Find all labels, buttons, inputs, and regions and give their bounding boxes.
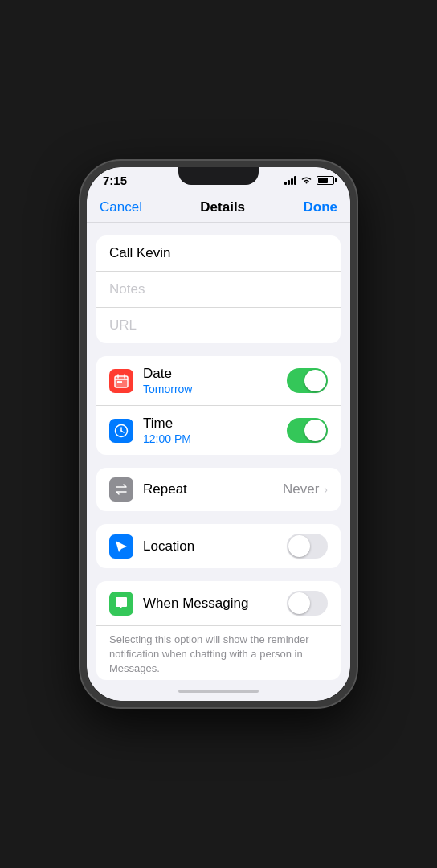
nav-title: Details — [200, 199, 245, 215]
location-card: Location — [96, 524, 341, 568]
date-toggle-thumb — [304, 370, 326, 391]
repeat-content: Repeat — [143, 481, 283, 497]
date-icon — [109, 369, 133, 393]
repeat-row[interactable]: Repeat Never › — [96, 468, 341, 511]
location-label: Location — [143, 538, 287, 555]
message-bubble-icon — [114, 596, 129, 611]
messaging-toggle[interactable] — [287, 591, 328, 616]
title-value: Call Kevin — [109, 245, 171, 260]
clock-icon — [114, 424, 129, 438]
messaging-toggle-thumb — [288, 592, 310, 614]
location-content: Location — [143, 538, 287, 555]
calendar-icon — [114, 374, 129, 388]
date-content: Date Tomorrow — [143, 366, 287, 395]
url-placeholder: URL — [109, 317, 137, 333]
svg-rect-5 — [117, 381, 120, 383]
time-icon — [109, 419, 133, 443]
notch — [178, 167, 259, 185]
battery-icon — [317, 176, 334, 185]
time-row[interactable]: Time 12:00 PM — [96, 406, 341, 455]
date-label: Date — [143, 366, 287, 382]
date-toggle[interactable] — [287, 368, 328, 393]
location-row[interactable]: Location — [96, 524, 341, 568]
time-sublabel: 12:00 PM — [143, 432, 287, 445]
messaging-card: When Messaging Selecting this option wil… — [96, 581, 341, 680]
repeat-label: Repeat — [143, 481, 283, 497]
time-toggle[interactable] — [287, 418, 328, 443]
time-label: Time — [143, 416, 287, 432]
title-field[interactable]: Call Kevin — [96, 235, 341, 272]
text-fields-card: Call Kevin Notes URL — [96, 235, 341, 343]
signal-bars-icon — [284, 176, 296, 185]
status-icons — [284, 176, 334, 185]
repeat-card: Repeat Never › — [96, 468, 341, 511]
phone-inner: 7:15 Cancel Deta — [87, 167, 350, 701]
messaging-label: When Messaging — [143, 596, 287, 612]
date-row[interactable]: Date Tomorrow — [96, 356, 341, 406]
notes-placeholder: Notes — [109, 281, 145, 297]
repeat-arrows-icon — [114, 482, 129, 497]
location-icon — [109, 534, 133, 559]
repeat-right: Never › — [283, 481, 328, 497]
svg-line-9 — [121, 431, 124, 432]
time-content: Time 12:00 PM — [143, 416, 287, 445]
date-sublabel: Tomorrow — [143, 383, 287, 395]
time-toggle-thumb — [304, 420, 326, 441]
location-toggle-thumb — [288, 535, 310, 557]
done-button[interactable]: Done — [303, 199, 337, 215]
location-toggle[interactable] — [287, 534, 328, 559]
home-indicator — [87, 682, 350, 701]
messaging-icon — [109, 592, 133, 616]
messaging-helper: Selecting this option will show the remi… — [96, 626, 341, 680]
repeat-icon — [109, 477, 133, 502]
svg-rect-6 — [120, 381, 122, 383]
notes-field[interactable]: Notes — [96, 272, 341, 308]
messaging-row[interactable]: When Messaging — [96, 581, 341, 626]
location-arrow-icon — [114, 539, 129, 554]
nav-bar: Cancel Details Done — [87, 193, 350, 223]
cancel-button[interactable]: Cancel — [100, 199, 142, 215]
messaging-content: When Messaging — [143, 596, 287, 612]
status-time: 7:15 — [103, 174, 127, 187]
date-time-card: Date Tomorrow — [96, 356, 341, 455]
home-bar — [178, 690, 259, 693]
url-field[interactable]: URL — [96, 308, 341, 343]
repeat-chevron-icon: › — [324, 483, 328, 496]
repeat-value: Never — [283, 481, 319, 497]
phone-frame: 7:15 Cancel Deta — [80, 161, 357, 707]
wifi-icon — [300, 176, 312, 185]
content-area: Call Kevin Notes URL — [87, 223, 350, 682]
